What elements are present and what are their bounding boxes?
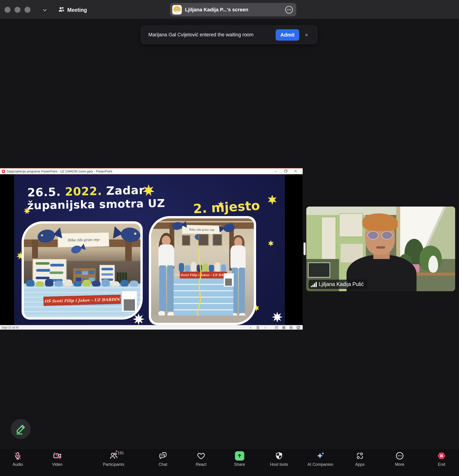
host-tools-button[interactable]: Host tools xyxy=(261,451,297,467)
apps-label: Apps xyxy=(355,462,364,467)
shared-powerpoint-window: Dijaprojekcija programa PowerPoint - UZ … xyxy=(0,168,303,330)
apps-button[interactable]: Apps xyxy=(345,451,375,467)
ppt-close-button[interactable] xyxy=(294,169,298,173)
previous-slide-button[interactable]: ‹ xyxy=(249,326,253,329)
normal-view-icon[interactable] xyxy=(274,326,279,329)
close-icon[interactable]: × xyxy=(301,30,311,40)
shared-screen-pill[interactable]: Ljiljana Kadija P...'s screen xyxy=(170,3,296,16)
slide-counter: Slajd 32 od 42 xyxy=(1,326,249,329)
mic-muted-icon xyxy=(14,451,22,460)
stall-items xyxy=(26,277,138,286)
react-label: React xyxy=(196,462,206,467)
star-icon xyxy=(268,240,274,246)
ppt-minimize-button[interactable]: – xyxy=(274,169,278,173)
zoom-meeting-window: Meeting Ljiljana Kadija P...'s screen xyxy=(0,0,459,476)
photo-stall-right: Riba ribi grize rep xyxy=(149,216,256,325)
camera-off-icon xyxy=(53,451,62,460)
chat-label: Chat xyxy=(159,462,167,467)
annotate-pencil-button[interactable] xyxy=(11,419,31,439)
host-tools-label: Host tools xyxy=(270,462,288,467)
slide-sorter-view-icon[interactable] xyxy=(282,326,286,329)
traffic-light-zoom[interactable] xyxy=(25,7,30,13)
ai-sparkle-icon xyxy=(316,451,325,460)
heart-icon xyxy=(197,451,205,460)
ppt-window-title: Dijaprojekcija programa PowerPoint - UZ … xyxy=(7,170,274,173)
more-ellipsis-icon xyxy=(395,451,404,460)
balloon-string xyxy=(190,248,209,317)
chat-button[interactable]: Chat xyxy=(148,451,178,467)
annotation-menu-icon[interactable] xyxy=(256,326,260,329)
chevron-down-icon[interactable] xyxy=(42,8,47,13)
video-label: Video xyxy=(52,462,62,467)
notification-message: Marijana Gal Cvijetović entered the wait… xyxy=(148,32,276,38)
share-button[interactable]: Share xyxy=(225,451,254,467)
react-button[interactable]: React xyxy=(186,451,216,467)
participants-label: Participants xyxy=(103,462,124,467)
participant-video-tile[interactable]: Ljiljana Kadija Pulić xyxy=(306,207,455,291)
apps-icon xyxy=(356,451,364,460)
participant-name: Ljiljana Kadija Pulić xyxy=(319,281,364,287)
participants-icon: 191 xyxy=(109,451,118,460)
slideshow-view-icon[interactable] xyxy=(296,326,300,329)
star-icon xyxy=(267,195,277,205)
scrollbar-handle[interactable] xyxy=(304,242,306,255)
share-screen-icon xyxy=(235,451,244,460)
participant-person xyxy=(306,207,455,291)
star-icon xyxy=(272,312,283,323)
ai-companion-label: AI Companion xyxy=(308,462,333,467)
participant-name-tag: Ljiljana Kadija Pulić xyxy=(309,280,367,289)
audio-signal-icon xyxy=(311,282,317,287)
more-label: More xyxy=(395,462,404,467)
meeting-tab: Meeting xyxy=(58,6,87,14)
next-slide-button[interactable]: › xyxy=(263,326,267,329)
qr-code-card xyxy=(122,291,137,312)
shared-screen-title: Ljiljana Kadija P...'s screen xyxy=(185,7,285,13)
powerpoint-icon xyxy=(2,170,5,173)
share-label: Share xyxy=(234,462,245,467)
more-button[interactable]: More xyxy=(385,451,415,467)
audio-button[interactable]: Audio xyxy=(2,451,34,467)
end-call-icon xyxy=(437,451,446,460)
ppt-restore-button[interactable] xyxy=(283,169,288,173)
ppt-status-bar: Slajd 32 od 42 ‹ › xyxy=(0,325,303,330)
slide: 26.5. 2022. Zadar županijska smotra UZ 2… xyxy=(14,174,285,325)
end-label: End xyxy=(438,462,445,467)
slide-show-area: 26.5. 2022. Zadar županijska smotra UZ 2… xyxy=(0,174,303,325)
fish-decoration xyxy=(218,222,236,235)
shield-icon xyxy=(275,451,283,460)
top-bar: Meeting Ljiljana Kadija P...'s screen xyxy=(0,0,459,19)
ellipsis-icon[interactable] xyxy=(285,6,293,14)
award-text: 2. mjesto xyxy=(193,198,260,216)
ai-companion-button[interactable]: AI Companion xyxy=(298,451,343,467)
audio-label: Audio xyxy=(12,462,23,467)
chat-icon xyxy=(159,451,167,460)
admit-button[interactable]: Admit xyxy=(276,29,299,41)
reading-view-icon[interactable] xyxy=(289,326,293,329)
meeting-label: Meeting xyxy=(67,7,87,13)
participants-button[interactable]: 191 Participants xyxy=(96,451,132,467)
waiting-room-notification: Marijana Gal Cvijetović entered the wait… xyxy=(141,26,317,44)
traffic-light-minimize[interactable] xyxy=(15,7,20,13)
meeting-toolbar: Audio Video 191 xyxy=(0,449,459,476)
video-button[interactable]: Video xyxy=(41,451,73,467)
avatar xyxy=(172,5,182,15)
traffic-light-close[interactable] xyxy=(5,7,10,13)
slide-title-line1: 26.5. 2022. Zadar xyxy=(27,184,145,199)
participants-count: 191 xyxy=(117,451,124,455)
ppt-titlebar: Dijaprojekcija programa PowerPoint - UZ … xyxy=(0,168,303,174)
qr-code-card xyxy=(224,273,234,287)
photo-stall-left: Riba ribi grize rep xyxy=(22,221,143,320)
people-icon xyxy=(58,6,65,14)
end-button[interactable]: End xyxy=(427,451,456,467)
slide-title-line2: županijska smotra UZ xyxy=(27,197,165,212)
